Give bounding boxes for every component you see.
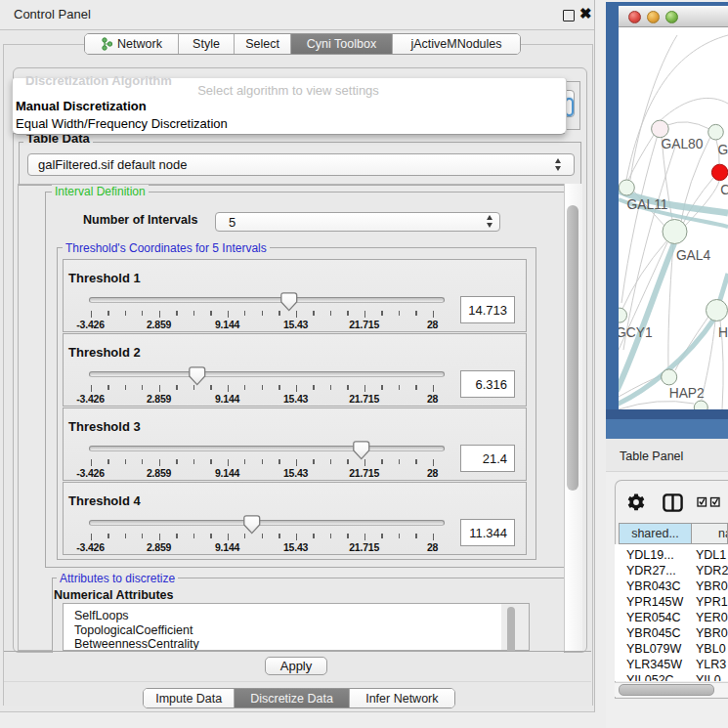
svg-text:GAL4: GAL4 bbox=[676, 248, 711, 263]
svg-text:GAL80: GAL80 bbox=[662, 137, 704, 151]
svg-text:GAL11: GAL11 bbox=[627, 197, 668, 212]
svg-text:C: C bbox=[720, 183, 728, 197]
svg-text:GA: GA bbox=[718, 143, 728, 157]
svg-text:HAP2: HAP2 bbox=[669, 386, 705, 401]
svg-text:H: H bbox=[718, 325, 728, 340]
svg-text:GCY1: GCY1 bbox=[619, 325, 653, 340]
